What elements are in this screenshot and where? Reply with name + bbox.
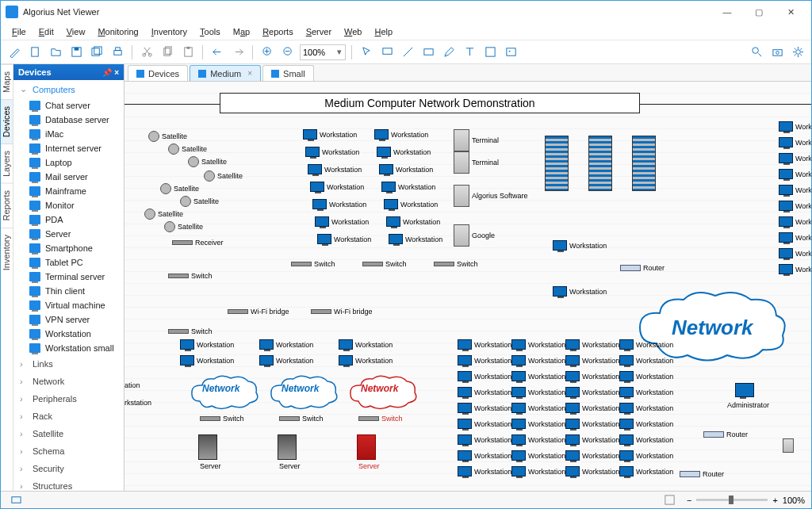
workstation-node[interactable]: Workstation xyxy=(310,182,364,192)
zoom-in-icon[interactable] xyxy=(259,44,276,61)
workstation-node[interactable]: Workstation xyxy=(379,164,433,174)
sidebar-item[interactable]: Laptop xyxy=(13,155,124,170)
switch-node[interactable]: Switch xyxy=(168,327,213,335)
workstation-node[interactable]: Workstation xyxy=(377,147,431,157)
sidebar-item[interactable]: Chat server xyxy=(13,98,124,113)
sidebar-item[interactable]: Thin client xyxy=(13,284,124,298)
workstation-node[interactable]: Works xyxy=(779,169,811,179)
workstation-node[interactable]: Workstation xyxy=(553,286,607,297)
workstation-node[interactable]: ation xyxy=(124,381,140,389)
line-icon[interactable] xyxy=(399,44,416,61)
sidebar-group[interactable]: ›Network xyxy=(13,373,124,390)
vtab-reports[interactable]: Reports xyxy=(1,183,13,228)
satellite-node[interactable]: Satellite xyxy=(168,144,207,155)
sidebar-item[interactable]: Workstation small xyxy=(13,341,124,355)
workstation-node[interactable]: Workstation xyxy=(565,450,619,461)
switch-node[interactable]: Switch xyxy=(362,260,407,268)
workstation-node[interactable]: Workstation xyxy=(180,355,234,365)
vtab-inventory[interactable]: Inventory xyxy=(1,228,13,277)
workstation-node[interactable]: Workstation xyxy=(458,434,511,445)
workstation-node[interactable]: Workstation xyxy=(619,419,673,429)
satellite-node[interactable]: Satellite xyxy=(144,209,183,220)
server-tower-node[interactable] xyxy=(198,434,217,460)
menu-edit[interactable]: Edit xyxy=(34,25,59,38)
switch-node[interactable]: Switch xyxy=(291,260,335,268)
workstation-node[interactable]: Workstation xyxy=(381,182,435,192)
workstation-node[interactable]: Workstation xyxy=(312,199,366,209)
workstation-node[interactable]: Workstation xyxy=(511,403,565,413)
computer-icon[interactable] xyxy=(378,44,396,61)
server-node[interactable]: Google xyxy=(454,224,495,247)
sidebar-group[interactable]: ›Peripherals xyxy=(13,390,124,408)
zoom-minus[interactable]: − xyxy=(687,496,691,505)
workstation-node[interactable]: Workstation xyxy=(458,371,511,381)
sidebar-item[interactable]: Tablet PC xyxy=(13,255,124,270)
menu-tools[interactable]: Tools xyxy=(195,25,225,38)
server-tower-node[interactable] xyxy=(278,434,297,460)
rack-node[interactable] xyxy=(632,136,656,191)
receiver-node[interactable]: Receiver xyxy=(172,239,224,247)
gear-icon[interactable] xyxy=(789,44,806,61)
sidebar-group[interactable]: ›Security xyxy=(13,460,124,477)
workstation-node[interactable]: Workstation xyxy=(259,355,313,365)
workstation-node[interactable]: Workstation xyxy=(565,371,619,381)
sidebar-item[interactable]: VPN server xyxy=(13,312,124,327)
workstation-node[interactable]: Workstation xyxy=(339,339,393,350)
workstation-node[interactable]: Works xyxy=(779,201,811,211)
satellite-node[interactable]: Satellite xyxy=(148,131,187,142)
redo-icon[interactable] xyxy=(229,44,247,61)
workstation-node[interactable]: Workstation xyxy=(619,466,673,476)
sidebar-group-computers[interactable]: ⌄Computers xyxy=(13,80,124,98)
zoom-plus[interactable]: + xyxy=(772,496,777,505)
workstation-node[interactable]: Works xyxy=(779,185,811,195)
workstation-node[interactable]: Workstation xyxy=(458,403,511,413)
vtab-maps[interactable]: Maps xyxy=(1,64,13,99)
sidebar-item[interactable]: Virtual machine xyxy=(13,298,124,312)
tab-close-icon[interactable]: × xyxy=(247,69,252,78)
sidebar-item[interactable]: Mail server xyxy=(13,170,124,184)
sidebar-group[interactable]: ›Links xyxy=(13,355,124,373)
workstation-node[interactable]: Workstation xyxy=(315,216,369,227)
undo-icon[interactable] xyxy=(209,44,226,61)
camera-icon[interactable] xyxy=(768,44,786,61)
switch-node[interactable]: Switch xyxy=(279,415,324,423)
satellite-node[interactable]: Satellite xyxy=(180,196,219,207)
close-button[interactable]: ✕ xyxy=(775,1,806,23)
sidebar-item[interactable]: Monitor xyxy=(13,198,124,212)
workstation-node[interactable]: Workstation xyxy=(511,355,565,365)
workstation-node[interactable]: Workstation xyxy=(565,387,619,397)
map-canvas[interactable]: Medium Computer Network DemonstrationSat… xyxy=(124,82,811,491)
wifi-node[interactable]: Wi-Fi bridge xyxy=(311,308,373,316)
tab-devices[interactable]: Devices xyxy=(128,65,188,81)
workstation-node[interactable]: Workstation xyxy=(511,371,565,381)
save-icon[interactable] xyxy=(67,44,85,61)
menu-map[interactable]: Map xyxy=(228,25,255,38)
sidebar-item[interactable]: Workstation xyxy=(13,327,124,341)
menu-web[interactable]: Web xyxy=(339,25,366,38)
workstation-node[interactable]: Works xyxy=(779,248,811,258)
workstation-node[interactable]: Workstation xyxy=(565,434,619,445)
workstation-node[interactable]: Workstation xyxy=(511,434,565,445)
tab-small[interactable]: Small xyxy=(262,65,314,81)
router-node[interactable]: Router xyxy=(703,431,748,438)
shape-icon[interactable] xyxy=(481,44,499,61)
network-cloud-label[interactable]: Network xyxy=(672,316,753,340)
sidebar-group[interactable]: ›Rack xyxy=(13,408,124,425)
workstation-node[interactable]: Workstation xyxy=(305,147,359,157)
workstation-node[interactable]: Workstation xyxy=(259,339,313,350)
workstation-node[interactable]: Workstation xyxy=(339,355,393,365)
server-tower-node[interactable] xyxy=(357,434,376,460)
sidebar-group[interactable]: ›Schema xyxy=(13,442,124,460)
wifi-node[interactable]: Wi-Fi bridge xyxy=(228,308,289,316)
switch-node[interactable]: Switch xyxy=(434,260,478,268)
workstation-node[interactable]: Workstation xyxy=(565,403,619,413)
cut-icon[interactable] xyxy=(138,44,155,61)
workstation-node[interactable]: rkstation xyxy=(124,399,151,407)
workstation-node[interactable]: Workstation xyxy=(317,234,371,244)
workstation-node[interactable]: Works xyxy=(779,216,811,227)
workstation-node[interactable]: Workstation xyxy=(386,216,440,227)
sidebar-item[interactable]: PDA xyxy=(13,212,124,227)
workstation-node[interactable]: Workstation xyxy=(619,371,673,381)
workstation-node[interactable]: Workstation xyxy=(553,240,607,251)
workstation-node[interactable]: Workstation xyxy=(511,466,565,476)
